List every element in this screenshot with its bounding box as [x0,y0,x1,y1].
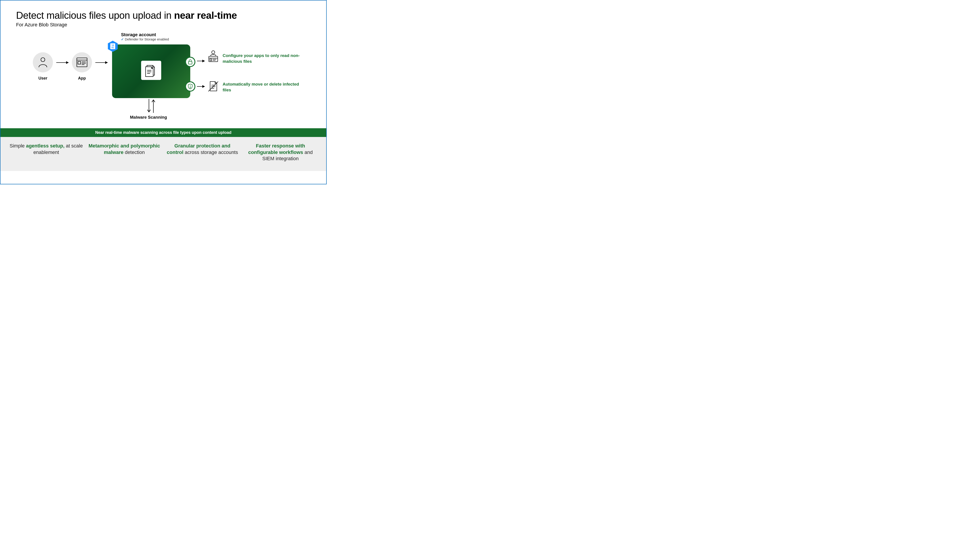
scan-arrows-icon [146,98,157,114]
feature-highlight: Faster response with configurable workfl… [248,143,305,155]
app-icon-circle [72,52,92,72]
checkmark-icon: ✓ [121,37,124,41]
shield-alert-icon [188,84,193,89]
arrow-user-to-app-icon [56,62,68,63]
app-label: App [72,76,92,81]
storage-account-box: 10 01 [112,45,190,98]
user-icon [38,57,48,68]
title-bold: near real-time [174,10,237,21]
user-node: User [33,52,53,81]
header: Detect malicious files upon upload in ne… [0,0,326,28]
architecture-diagram: User App Storage account [0,34,326,128]
storage-status-text: Defender for Storage enabled [125,37,169,41]
shield-badge [185,81,196,92]
svg-rect-1 [77,58,87,67]
files-icon [145,64,158,77]
storage-title: Storage account [121,32,169,37]
svg-point-16 [190,88,191,88]
svg-rect-14 [188,61,192,64]
feature-ribbon: Near real-time malware scanning across f… [0,128,326,137]
files-icon-badge [141,61,161,80]
feature-post: across storage accounts [183,150,238,155]
feature-response: Faster response with configurable workfl… [243,143,317,162]
svg-text:01: 01 [111,46,114,49]
app-icon [76,57,88,67]
arrow-to-delete-outcome-icon [197,86,205,87]
app-node: App [72,52,92,81]
feature-pre: Simple [10,143,26,148]
svg-text:10: 10 [111,44,114,46]
feature-detection: Metamorphic and polymorphic malware dete… [88,143,161,162]
arrow-app-to-storage-icon [95,62,108,63]
page-subtitle: For Azure Blob Storage [16,22,310,28]
svg-point-17 [212,51,215,54]
feature-agentless: Simple agentless setup, at scale enablem… [10,143,83,162]
features-row: Simple agentless setup, at scale enablem… [0,137,326,171]
outcome-delete-text: Automatically move or delete infected fi… [223,81,303,93]
svg-rect-3 [78,61,81,64]
lock-badge [185,57,196,67]
feature-control: Granular protection and control across s… [165,143,239,162]
svg-rect-20 [210,59,212,61]
user-app-icon [207,50,220,62]
svg-point-0 [41,57,45,62]
file-remove-icon [207,80,220,93]
lock-icon [188,59,193,65]
feature-highlight: agentless setup, [26,143,64,148]
title-regular: Detect malicious files upon upload in [16,10,174,21]
arrow-to-read-outcome-icon [197,61,205,61]
malware-scanning-label: Malware Scanning [130,115,167,120]
user-label: User [33,76,53,81]
storage-hex-icon: 10 01 [108,40,118,52]
outcome-read-text: Configure your apps to only read non-mal… [223,53,303,64]
slide-frame: Detect malicious files upon upload in ne… [0,0,327,184]
page-title: Detect malicious files upon upload in ne… [16,10,310,21]
user-icon-circle [33,52,53,72]
feature-post: detection [124,150,145,155]
storage-status: ✓Defender for Storage enabled [121,37,169,41]
storage-title-block: Storage account ✓Defender for Storage en… [121,32,169,41]
